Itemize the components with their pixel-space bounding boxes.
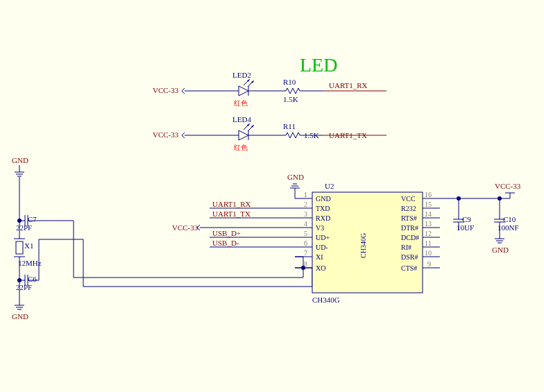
svg-text:DCD#: DCD#	[401, 234, 419, 241]
led4-designator: LED4	[232, 115, 251, 123]
c6-designator: C6	[28, 275, 37, 283]
r10-designator: R10	[283, 78, 296, 86]
svg-text:CTS#: CTS#	[401, 264, 417, 272]
led4-value: 红色	[234, 144, 248, 151]
svg-text:R232: R232	[401, 205, 416, 212]
svg-text:4: 4	[304, 220, 307, 228]
svg-text:16: 16	[425, 191, 432, 198]
svg-text:RI#: RI#	[401, 244, 411, 251]
c9-designator: C9	[462, 215, 471, 223]
gnd-right: GND	[492, 246, 509, 254]
svg-rect-0	[0, 0, 544, 392]
svg-text:RXD: RXD	[316, 214, 330, 222]
net-uart1-rx-pin2: UART1_RX	[212, 200, 251, 208]
svg-text:XO: XO	[316, 264, 325, 272]
svg-text:3: 3	[304, 210, 307, 218]
svg-text:7: 7	[304, 249, 307, 257]
power-label-vcc33-led4: VCC-33	[153, 130, 179, 139]
net-usb-dp: USB_D+	[212, 229, 241, 237]
svg-text:UD+: UD+	[316, 234, 330, 241]
gnd-top-left: GND	[12, 156, 28, 164]
svg-text:RTS#: RTS#	[401, 214, 417, 222]
svg-text:13: 13	[425, 220, 432, 228]
led2-designator: LED2	[232, 71, 251, 79]
svg-text:15: 15	[425, 201, 432, 208]
svg-text:11: 11	[425, 239, 432, 247]
c7-value: 22PF	[16, 223, 32, 232]
svg-text:UD-: UD-	[316, 244, 328, 251]
svg-text:6: 6	[304, 239, 307, 247]
c7-designator: C7	[28, 215, 37, 223]
net-uart1-tx-pin3: UART1_TX	[212, 210, 250, 218]
svg-text:VCC: VCC	[401, 195, 416, 203]
net-uart1-rx-top: UART1_RX	[329, 81, 368, 90]
u2-value: CH340G	[312, 296, 340, 304]
gnd-bottom-left: GND	[12, 312, 28, 321]
gnd-u2-pin1: GND	[287, 173, 304, 181]
svg-text:9: 9	[427, 260, 431, 268]
svg-text:DTR#: DTR#	[401, 224, 418, 232]
svg-text:TXD: TXD	[316, 205, 330, 212]
svg-text:1: 1	[304, 191, 307, 198]
svg-text:GND: GND	[316, 195, 331, 203]
vcc33-right: VCC-33	[495, 182, 521, 190]
x1-designator: X1	[24, 241, 33, 250]
svg-text:2: 2	[304, 201, 307, 208]
svg-text:10: 10	[425, 249, 432, 257]
svg-text:8: 8	[304, 260, 307, 268]
c10-designator: C10	[503, 215, 516, 223]
svg-text:12: 12	[425, 230, 432, 237]
net-usb-dm: USB_D-	[212, 239, 239, 247]
svg-text:XI: XI	[316, 253, 323, 261]
svg-text:5: 5	[304, 230, 307, 237]
power-label-vcc33-led2: VCC-33	[153, 86, 179, 94]
svg-text:14: 14	[425, 210, 432, 218]
section-title: LED	[300, 54, 337, 76]
vcc33-pin4: VCC-33	[172, 223, 198, 232]
led2-value: 红色	[234, 99, 248, 107]
c9-value: 10UF	[457, 223, 474, 232]
schematic-canvas: LED VCC-33 LED2 红色 R10 1.5K UART1_RX VCC…	[0, 0, 544, 392]
svg-text:V3: V3	[316, 224, 324, 232]
u2-designator: U2	[325, 182, 334, 190]
net-uart1-tx-top: UART1_TX	[329, 131, 367, 139]
r10-value: 1.5K	[283, 95, 298, 103]
c10-value: 100NF	[498, 223, 519, 232]
u2-part: CH340G	[359, 233, 367, 258]
c6-value: 22PF	[16, 283, 32, 291]
x1-value: 12MHz	[18, 259, 42, 267]
svg-text:DSR#: DSR#	[401, 253, 418, 261]
r11-designator: R11	[283, 122, 296, 130]
